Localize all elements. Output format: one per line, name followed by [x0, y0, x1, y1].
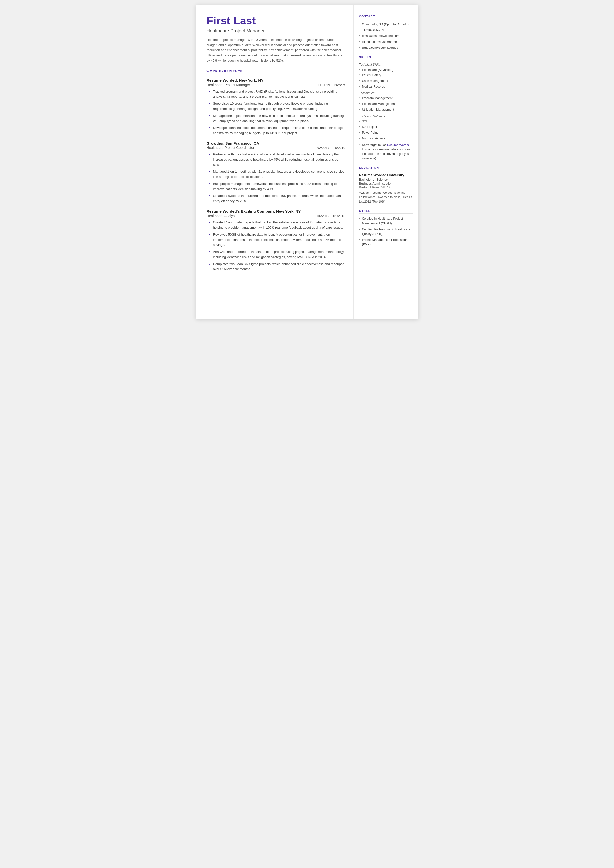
- skills-section-title: SKILLS: [359, 56, 413, 60]
- contact-section: CONTACT Sioux Falls, SD (Open to Remote)…: [359, 15, 413, 50]
- education-section-title: EDUCATION: [359, 166, 413, 170]
- skills-techniques-label: Techniques:: [359, 91, 413, 95]
- job-dates-1: 11/2019 – Present: [307, 83, 346, 87]
- skill-tool-3: PowerPoint: [359, 130, 413, 135]
- skills-tools-label: Tools and Software:: [359, 115, 413, 118]
- edu-field: Business Administration: [359, 182, 413, 185]
- skill-technique-2: Healthcare Management: [359, 102, 413, 106]
- job-bullet-3-4: Completed two Lean Six Sigma projects, w…: [209, 261, 346, 272]
- job-role-line-2: Healthcare Project Coordinator 02/2017 –…: [207, 146, 346, 150]
- job-role-line-3: Healthcare Analyst 06/2012 – 01/2015: [207, 214, 346, 218]
- edu-awards: Awards: Resume Worded Teaching Fellow (o…: [359, 191, 413, 204]
- job-block-1: Resume Worded, New York, NY Healthcare P…: [207, 78, 346, 136]
- job-header-1: Resume Worded, New York, NY: [207, 78, 346, 83]
- job-company-2: Growthsi, San Francisco, CA: [207, 141, 259, 146]
- job-block-2: Growthsi, San Francisco, CA Healthcare P…: [207, 141, 346, 203]
- job-bullet-2-3: Built project management frameworks into…: [209, 181, 346, 191]
- job-bullet-2-2: Managed 1-on-1 meetings with 21 physicia…: [209, 169, 346, 179]
- job-block-3: Resume Worded's Exciting Company, New Yo…: [207, 209, 346, 272]
- skills-tools-list: SQL MS Project PowerPoint Microsoft Acce…: [359, 119, 413, 141]
- edu-school: Resume Worded University: [359, 173, 413, 177]
- skill-technique-3: Utilization Management: [359, 107, 413, 112]
- job-company-1: Resume Worded, New York, NY: [207, 78, 264, 83]
- skill-tech-1: Healthcare (Advanced): [359, 68, 413, 72]
- job-bullet-3-1: Created 4 automated reports that tracked…: [209, 220, 346, 230]
- right-column: CONTACT Sioux Falls, SD (Open to Remote)…: [354, 5, 419, 319]
- job-dates-3: 06/2012 – 01/2015: [307, 214, 346, 218]
- job-bullet-1-4: Developed detailed scope documents based…: [209, 125, 346, 136]
- edu-degree: Bachelor of Science: [359, 178, 413, 182]
- contact-item-phone: +1-234-456-789: [359, 28, 413, 33]
- job-bullet-2-4: Created 7 systems that tracked and monit…: [209, 193, 346, 203]
- job-bullet-3-2: Reviewed 50GB of healthcare data to iden…: [209, 232, 346, 247]
- education-section: EDUCATION Resume Worded University Bache…: [359, 166, 413, 204]
- job-role-3: Healthcare Analyst: [207, 214, 236, 218]
- skills-technical-label: Technical Skills:: [359, 63, 413, 66]
- skills-techniques-list: Program Management Healthcare Management…: [359, 96, 413, 112]
- skill-tool-4: Microsoft Access: [359, 136, 413, 141]
- job-header-3: Resume Worded's Exciting Company, New Yo…: [207, 209, 346, 214]
- candidate-name: First Last: [207, 15, 346, 27]
- left-column: First Last Healthcare Project Manager He…: [196, 5, 354, 319]
- job-role-2: Healthcare Project Coordinator: [207, 146, 254, 150]
- contact-item-location: Sioux Falls, SD (Open to Remote): [359, 22, 413, 27]
- job-role-1: Healthcare Project Manager: [207, 83, 250, 87]
- skill-tool-2: MS Project: [359, 125, 413, 129]
- job-dates-2: 02/2017 – 10/2019: [307, 146, 346, 150]
- contact-item-linkedin: linkedin.com/in/username: [359, 40, 413, 44]
- job-bullet-3-3: Analyzed and reported on the status of 2…: [209, 249, 346, 259]
- job-bullets-3: Created 4 automated reports that tracked…: [207, 220, 346, 272]
- skill-tool-1: SQL: [359, 119, 413, 124]
- other-item-1: Certified in Healthcare Project Manageme…: [359, 216, 413, 226]
- skills-section: SKILLS Technical Skills: Healthcare (Adv…: [359, 56, 413, 161]
- skills-technical-list: Healthcare (Advanced) Patient Safety Cas…: [359, 68, 413, 89]
- work-experience-section-title: WORK EXPERIENCE: [207, 70, 346, 74]
- job-bullet-1-3: Managed the implementation of 5 new elec…: [209, 113, 346, 123]
- resume-page: First Last Healthcare Project Manager He…: [196, 5, 419, 319]
- skill-tech-2: Patient Safety: [359, 73, 413, 78]
- skills-note: Don't forget to use Resume Worded to sca…: [359, 143, 413, 161]
- other-section-title: OTHER: [359, 209, 413, 214]
- contact-section-title: CONTACT: [359, 15, 413, 19]
- resume-worded-link[interactable]: Resume Worded: [387, 143, 410, 147]
- skill-tech-4: Medical Records: [359, 84, 413, 89]
- job-bullets-1: Tracked program and project RAID (Risks,…: [207, 89, 346, 136]
- skill-technique-1: Program Management: [359, 96, 413, 101]
- other-section: OTHER Certified in Healthcare Project Ma…: [359, 209, 413, 247]
- skill-tech-3: Case Management: [359, 79, 413, 83]
- contact-list: Sioux Falls, SD (Open to Remote) +1-234-…: [359, 22, 413, 50]
- edu-location: Boston, MA — 05/2012: [359, 186, 413, 189]
- candidate-title: Healthcare Project Manager: [207, 28, 346, 34]
- candidate-summary: Healthcare project manager with 10 years…: [207, 37, 346, 63]
- job-bullet-1-2: Supervised 10 cross-functional teams thr…: [209, 101, 346, 111]
- job-bullet-1-1: Tracked program and project RAID (Risks,…: [209, 89, 346, 99]
- other-item-3: Project Management Professional (PMP).: [359, 238, 413, 247]
- job-role-line-1: Healthcare Project Manager 11/2019 – Pre…: [207, 83, 346, 87]
- job-company-3: Resume Worded's Exciting Company, New Yo…: [207, 209, 301, 214]
- other-item-2: Certified Professional in Healthcare Qua…: [359, 227, 413, 236]
- job-bullets-2: Partnered with the chief medical officer…: [207, 152, 346, 203]
- job-bullet-2-1: Partnered with the chief medical officer…: [209, 152, 346, 167]
- contact-item-github: github.com/resumeworded: [359, 45, 413, 50]
- other-list: Certified in Healthcare Project Manageme…: [359, 216, 413, 247]
- contact-item-email: email@resumeworded.com: [359, 34, 413, 38]
- job-header-2: Growthsi, San Francisco, CA: [207, 141, 346, 146]
